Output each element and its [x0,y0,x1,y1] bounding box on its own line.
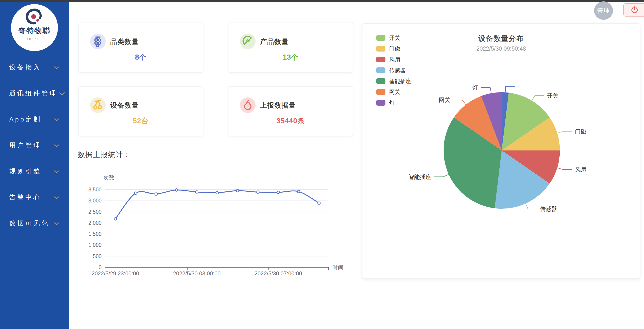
legend-item-网关[interactable]: 网关 [376,87,411,97]
x-axis-name: 时间 [332,264,343,270]
sidebar-menu: 设备接入通讯组件管理App定制用户管理规则引擎告警中心数据可见化 [0,54,69,236]
data-point-marker [155,193,158,195]
logout-button[interactable] [623,3,644,17]
app-logo: 奇特物聯 IOTKIT [11,4,58,51]
sidebar-item-label: 告警中心 [9,193,41,202]
stat-card-1: 产品数量13个 [228,23,353,73]
x-axis-tick-label: 2022/5/30 07:00:00 [254,270,302,276]
pie-label-leader [505,87,515,93]
pie-slice-label: 门磁 [575,128,586,135]
pie-label-leader [557,168,572,170]
legend-swatch [376,78,386,84]
chevron-down-icon [54,64,59,71]
chevron-down-icon [54,194,59,201]
y-axis-tick-label: 500 [93,253,102,259]
pear-icon [240,97,256,113]
user-avatar[interactable]: 管理 [594,2,613,20]
grapes-icon [90,34,106,49]
legend-label: 传感器 [389,67,406,74]
pie-slice-label: 传感器 [540,206,557,212]
data-point-marker [318,202,320,204]
chevron-down-icon [54,116,59,123]
stat-card-0: 品类数量8个 [78,23,204,73]
sidebar-item-label: 通讯组件管理 [9,89,58,98]
legend-swatch [376,100,386,106]
legend-label: 智能插座 [389,78,411,85]
legend-item-门磁[interactable]: 门磁 [376,43,411,54]
chevron-down-icon [54,142,59,149]
stat-card-2: 设备数量52台 [78,86,204,136]
data-point-marker [277,191,280,194]
legend-item-风扇[interactable]: 风扇 [376,54,411,65]
stat-card-value: 35440条 [228,116,353,126]
pie-label-leader [526,204,537,209]
pie-label-leader [453,100,466,104]
stat-card-title: 品类数量 [110,37,139,47]
legend-label: 风扇 [389,56,400,63]
sidebar: 奇特物聯 IOTKIT 设备接入通讯组件管理App定制用户管理规则引擎告警中心数… [0,2,69,329]
data-point-marker [134,192,137,194]
sidebar-item-6[interactable]: 数据可见化 [0,210,69,236]
logo-subtitle-row: IOTKIT [18,38,51,41]
legend-item-灯[interactable]: 灯 [376,97,411,108]
pie-slice-label: 智能插座 [408,174,432,180]
logo-mark-icon [24,8,45,26]
x-axis-tick-label: 2022/5/30 03:00:00 [173,270,221,276]
pie-label-leader [481,87,492,93]
sidebar-item-5[interactable]: 告警中心 [0,184,69,210]
stat-card-value: 13个 [228,53,353,62]
data-point-marker [114,218,117,220]
data-point-marker [298,190,300,193]
legend-label: 灯 [389,99,395,107]
pie-legend: 开关门磁风扇传感器智能插座网关灯 [376,33,411,108]
data-point-marker [216,191,218,194]
legend-swatch [376,35,386,41]
sidebar-item-label: 设备接入 [9,63,41,72]
legend-label: 开关 [389,34,400,42]
sidebar-item-2[interactable]: App定制 [0,106,69,132]
legend-label: 门磁 [389,45,400,53]
data-point-marker [257,191,259,193]
legend-item-开关[interactable]: 开关 [376,33,411,43]
data-point-marker [236,189,239,192]
legend-swatch [376,89,386,95]
chevron-down-icon [59,90,65,97]
chevron-down-icon [54,220,59,227]
line-chart: 05001,0001,5002,0002,5003,0003,500次数时间20… [76,161,347,285]
pie-slice-label: 风扇 [575,166,586,173]
sidebar-item-label: 用户管理 [9,141,41,150]
sidebar-item-3[interactable]: 用户管理 [0,132,69,158]
sidebar-item-label: App定制 [9,115,42,124]
line-chart-section-title: 数据上报统计： [78,150,131,160]
window-top-bar [0,0,644,2]
y-axis-tick-label: 3,500 [88,187,102,193]
sidebar-item-1[interactable]: 通讯组件管理 [0,80,69,106]
y-axis-name: 次数 [104,174,114,181]
pie-label-leader [532,96,544,101]
logo-divider-right [44,39,51,39]
pie-slice-label: 开关 [547,92,558,99]
y-axis-tick-label: 2,000 [88,220,102,226]
sidebar-item-4[interactable]: 规则引擎 [0,158,69,184]
legend-item-传感器[interactable]: 传感器 [376,65,411,76]
legend-label: 网关 [389,88,400,96]
sidebar-item-0[interactable]: 设备接入 [0,54,69,80]
y-axis-tick-label: 1,000 [88,242,102,248]
legend-item-智能插座[interactable]: 智能插座 [376,76,411,87]
pie-chart-card: 设备数量分布 2022/5/30 09:50:48 开关门磁风扇传感器智能插座网… [362,23,640,279]
stat-card-3: 上报数据量35440条 [228,86,353,136]
power-icon [631,6,638,14]
y-axis-tick-label: 0 [98,264,102,270]
pie-slice-label: 网关 [439,97,450,103]
y-axis-tick-label: 3,000 [88,198,102,204]
chevron-down-icon [54,168,59,175]
stat-card-value: 8个 [78,53,203,62]
pie-slice-label: 灯 [472,84,478,91]
logo-title: 奇特物聯 [18,26,50,36]
pie-label-leader [557,131,572,133]
stat-card-title: 设备数量 [110,101,139,110]
stat-card-title: 上报数据量 [260,101,296,110]
stat-card-value: 52台 [78,116,203,126]
x-axis-tick-label: 2022/5/29 23:00:00 [92,270,139,276]
data-point-marker [196,191,198,193]
